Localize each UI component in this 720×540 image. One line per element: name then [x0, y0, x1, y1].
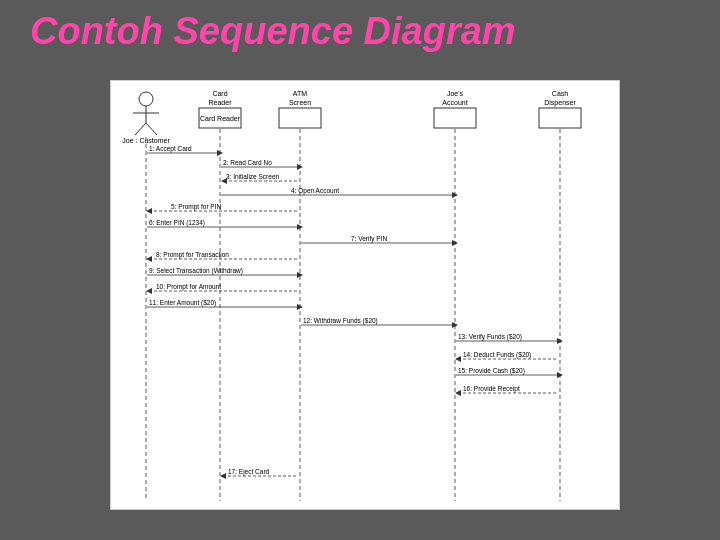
svg-text:10: Prompt for Amount: 10: Prompt for Amount [156, 283, 221, 291]
title: Contoh Sequence Diagram [30, 10, 516, 53]
svg-text:14: Deduct Funds ($20): 14: Deduct Funds ($20) [463, 351, 531, 359]
svg-text:Cash: Cash [552, 90, 568, 97]
svg-text:4: Open Account: 4: Open Account [291, 187, 339, 195]
svg-marker-37 [146, 208, 152, 214]
svg-text:8: Prompt for Transaction: 8: Prompt for Transaction [156, 251, 229, 259]
svg-text:12: Withdraw Funds ($20): 12: Withdraw Funds ($20) [303, 317, 378, 325]
diagram-container: Joe : Customer Card Reader Card Reader A… [110, 80, 620, 510]
svg-text:16: Provide Receipt: 16: Provide Receipt [463, 385, 520, 393]
svg-text:Reader: Reader [209, 99, 233, 106]
svg-text:7: Verify PIN: 7: Verify PIN [351, 235, 387, 243]
svg-text:ATM: ATM [293, 90, 307, 97]
svg-marker-46 [146, 256, 152, 262]
svg-text:Screen: Screen [289, 99, 311, 106]
svg-line-3 [135, 123, 146, 135]
svg-text:15: Provide Cash ($20): 15: Provide Cash ($20) [458, 367, 525, 375]
svg-text:Dispenser: Dispenser [544, 99, 576, 107]
svg-text:Card Reader: Card Reader [200, 115, 241, 122]
svg-marker-52 [146, 288, 152, 294]
svg-rect-12 [279, 108, 321, 128]
svg-marker-70 [455, 390, 461, 396]
svg-text:13: Verify Funds ($20): 13: Verify Funds ($20) [458, 333, 522, 341]
svg-marker-73 [220, 473, 226, 479]
svg-text:3: Initialize Screen: 3: Initialize Screen [226, 173, 279, 180]
svg-line-4 [146, 123, 157, 135]
svg-text:5: Prompt for PIN: 5: Prompt for PIN [171, 203, 222, 211]
svg-text:6: Enter PIN (1234): 6: Enter PIN (1234) [149, 219, 205, 227]
sequence-diagram: Joe : Customer Card Reader Card Reader A… [111, 81, 621, 511]
svg-text:Account: Account [442, 99, 467, 106]
svg-text:Card: Card [212, 90, 227, 97]
svg-rect-18 [539, 108, 581, 128]
svg-text:1: Accept Card: 1: Accept Card [149, 145, 192, 153]
svg-text:9: Select Transaction (Withdra: 9: Select Transaction (Withdraw) [149, 267, 243, 275]
svg-marker-61 [557, 338, 563, 344]
svg-marker-43 [452, 240, 458, 246]
svg-rect-15 [434, 108, 476, 128]
svg-text:11: Enter Amount ($20): 11: Enter Amount ($20) [149, 299, 216, 307]
svg-text:2: Read Card No: 2: Read Card No [223, 159, 272, 166]
svg-text:Joe's: Joe's [447, 90, 464, 97]
svg-text:17: Eject Card: 17: Eject Card [228, 468, 270, 476]
svg-point-0 [139, 92, 153, 106]
svg-marker-64 [455, 356, 461, 362]
